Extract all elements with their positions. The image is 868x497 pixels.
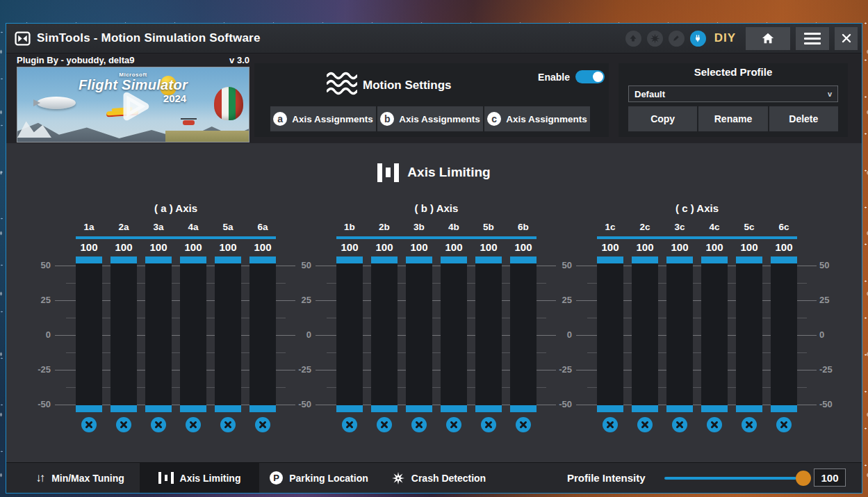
limit-slider-3b[interactable] — [406, 256, 432, 412]
profile-intensity-value[interactable]: 100 — [814, 469, 846, 487]
tab-axis-limiting[interactable]: Axis Limiting — [140, 463, 259, 493]
limit-slider-5c[interactable] — [736, 256, 762, 412]
upper-limit-handle-6c[interactable] — [771, 256, 797, 263]
lower-limit-handle-1c[interactable] — [597, 405, 623, 412]
reset-button-1c[interactable] — [603, 417, 618, 432]
channel-value-5b: 100 — [475, 241, 502, 254]
copy-button[interactable]: Copy — [628, 106, 697, 131]
axis-assignments-c-button[interactable]: c Axis Assignments — [484, 106, 590, 131]
reset-button-4b[interactable] — [446, 417, 461, 432]
upper-limit-handle-6a[interactable] — [249, 256, 276, 263]
reset-button-3c[interactable] — [672, 417, 687, 432]
reset-button-5a[interactable] — [220, 417, 236, 432]
profile-intensity-slider[interactable] — [664, 477, 796, 480]
lower-limit-handle-2c[interactable] — [632, 405, 658, 412]
reset-button-6b[interactable] — [516, 417, 531, 432]
lower-limit-handle-2a[interactable] — [110, 405, 137, 412]
limit-slider-2b[interactable] — [371, 256, 398, 412]
lower-limit-handle-5a[interactable] — [215, 405, 241, 412]
play-button[interactable] — [113, 86, 154, 127]
limit-slider-1a[interactable] — [76, 256, 102, 412]
lower-limit-handle-6c[interactable] — [771, 405, 797, 412]
profile-dropdown[interactable]: Default v — [628, 85, 838, 102]
menu-button[interactable] — [796, 27, 829, 50]
rename-button[interactable]: Rename — [698, 106, 767, 131]
axis-assignments-b-button[interactable]: b Axis Assignments — [377, 106, 483, 131]
lower-limit-handle-4c[interactable] — [701, 405, 728, 412]
crash-star-icon — [391, 471, 405, 485]
crash-icon[interactable] — [647, 31, 663, 47]
upper-limit-handle-6b[interactable] — [510, 256, 537, 263]
limit-slider-6a[interactable] — [249, 256, 276, 412]
profile-intensity-knob[interactable] — [796, 471, 811, 486]
upper-limit-handle-5b[interactable] — [475, 256, 502, 263]
tab-parking-location[interactable]: P Parking Location — [259, 463, 379, 493]
lower-limit-handle-3b[interactable] — [406, 405, 432, 412]
upper-limit-handle-3a[interactable] — [145, 256, 172, 263]
enable-toggle[interactable] — [575, 70, 605, 83]
upper-limit-handle-2c[interactable] — [632, 256, 658, 263]
limit-slider-2a[interactable] — [110, 256, 137, 412]
upper-limit-handle-3c[interactable] — [666, 256, 693, 263]
upper-limit-handle-4b[interactable] — [441, 256, 467, 263]
power-plug-icon[interactable] — [690, 31, 706, 47]
lower-limit-handle-6a[interactable] — [249, 405, 276, 412]
reset-button-5b[interactable] — [481, 417, 496, 432]
upper-limit-handle-1a[interactable] — [76, 256, 102, 263]
reset-button-2c[interactable] — [637, 417, 653, 432]
limit-slider-3a[interactable] — [145, 256, 172, 412]
lower-limit-handle-3a[interactable] — [145, 405, 172, 412]
upper-limit-handle-4a[interactable] — [180, 256, 206, 263]
lower-limit-handle-2b[interactable] — [371, 405, 398, 412]
titlebar[interactable]: SimTools - Motion Simulation Software DI… — [6, 24, 862, 54]
limit-slider-5b[interactable] — [475, 256, 502, 412]
lower-limit-handle-4a[interactable] — [180, 405, 206, 412]
edit-icon[interactable] — [669, 31, 685, 47]
close-button[interactable] — [835, 27, 858, 50]
game-banner[interactable]: Microsoft Flight Simulator 2024 — [17, 67, 249, 142]
home-button[interactable] — [746, 27, 790, 50]
limit-slider-1b[interactable] — [336, 256, 363, 412]
limit-slider-4c[interactable] — [701, 256, 728, 412]
remove-cell — [145, 417, 172, 432]
limit-slider-2c[interactable] — [632, 256, 658, 412]
lower-limit-handle-5b[interactable] — [475, 405, 502, 412]
upper-limit-handle-2a[interactable] — [110, 256, 137, 263]
tab-crash-detection[interactable]: Crash Detection — [379, 463, 498, 493]
limit-slider-1c[interactable] — [597, 256, 623, 412]
upper-limit-handle-5a[interactable] — [215, 256, 241, 263]
reset-button-4c[interactable] — [707, 417, 722, 432]
lower-limit-handle-1a[interactable] — [76, 405, 102, 412]
reset-button-3a[interactable] — [151, 417, 166, 432]
delete-button[interactable]: Delete — [769, 106, 838, 131]
reset-button-6a[interactable] — [255, 417, 270, 432]
upload-icon[interactable] — [625, 31, 641, 47]
reset-button-5c[interactable] — [742, 417, 757, 432]
reset-button-4a[interactable] — [186, 417, 201, 432]
upper-limit-handle-2b[interactable] — [371, 256, 398, 263]
limit-slider-4a[interactable] — [180, 256, 206, 412]
reset-button-1a[interactable] — [81, 417, 97, 432]
reset-button-1b[interactable] — [342, 417, 357, 432]
upper-limit-handle-5c[interactable] — [736, 256, 762, 263]
lower-limit-handle-6b[interactable] — [510, 405, 537, 412]
upper-limit-handle-4c[interactable] — [701, 256, 728, 263]
upper-limit-handle-1c[interactable] — [597, 256, 623, 263]
lower-limit-handle-1b[interactable] — [336, 405, 363, 412]
limit-slider-3c[interactable] — [666, 256, 693, 412]
lower-limit-handle-3c[interactable] — [666, 405, 693, 412]
upper-limit-handle-1b[interactable] — [336, 256, 363, 263]
upper-limit-handle-3b[interactable] — [406, 256, 432, 263]
limit-slider-5a[interactable] — [215, 256, 241, 412]
limit-slider-4b[interactable] — [441, 256, 467, 412]
reset-button-3b[interactable] — [411, 417, 427, 432]
tab-minmax-tuning[interactable]: ↓↑ Min/Max Tuning — [20, 463, 140, 493]
axis-assignments-a-button[interactable]: a Axis Assignments — [270, 106, 376, 131]
reset-button-6c[interactable] — [776, 417, 792, 432]
lower-limit-handle-4b[interactable] — [441, 405, 467, 412]
limit-slider-6c[interactable] — [771, 256, 797, 412]
reset-button-2b[interactable] — [377, 417, 392, 432]
limit-slider-6b[interactable] — [510, 256, 537, 412]
reset-button-2a[interactable] — [116, 417, 131, 432]
lower-limit-handle-5c[interactable] — [736, 405, 762, 412]
